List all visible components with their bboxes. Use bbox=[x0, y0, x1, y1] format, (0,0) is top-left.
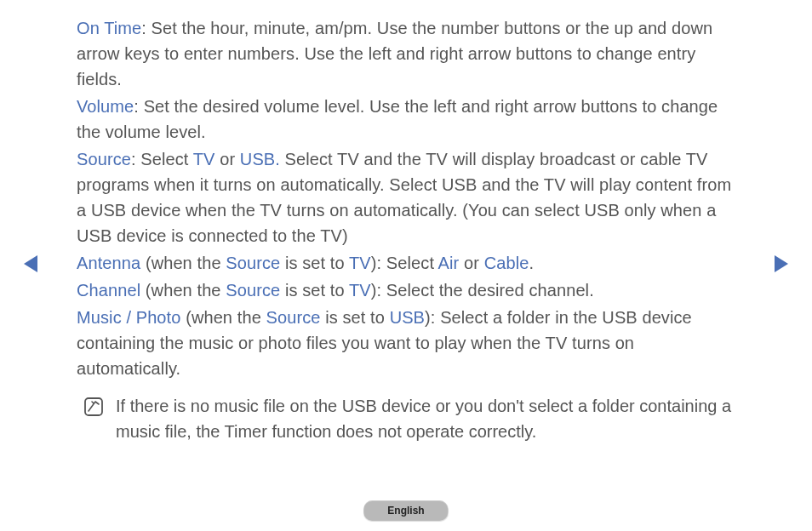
keyword-source: Source bbox=[77, 150, 131, 168]
keyword-cable: Cable bbox=[484, 254, 529, 272]
svg-rect-0 bbox=[85, 398, 102, 415]
language-pill[interactable]: English bbox=[363, 500, 448, 521]
nav-prev-icon[interactable] bbox=[24, 255, 37, 272]
keyword-usb: USB. bbox=[240, 150, 280, 168]
note-row: If there is no music file on the USB dev… bbox=[77, 393, 735, 444]
text: (when the bbox=[140, 254, 226, 272]
text: : Select bbox=[131, 150, 193, 168]
paragraph-antenna: Antenna (when the Source is set to TV): … bbox=[77, 250, 735, 276]
paragraph-on-time: On Time: Set the hour, minute, am/pm. Us… bbox=[77, 15, 735, 92]
keyword-tv: TV bbox=[349, 254, 371, 272]
keyword-source: Source bbox=[266, 308, 321, 327]
note-text: If there is no music file on the USB dev… bbox=[116, 393, 735, 444]
text: ): Select the desired channel. bbox=[371, 281, 594, 300]
text: : Set the desired volume level. Use the … bbox=[77, 97, 718, 141]
text: . bbox=[529, 254, 534, 272]
note-icon bbox=[83, 397, 104, 417]
keyword-tv: TV bbox=[193, 150, 215, 168]
text: (when the bbox=[140, 281, 226, 300]
keyword-source: Source bbox=[226, 254, 280, 272]
keyword-volume: Volume bbox=[77, 97, 134, 116]
text: is set to bbox=[280, 254, 349, 272]
keyword-source: Source bbox=[226, 281, 280, 300]
keyword-tv: TV bbox=[349, 281, 371, 300]
keyword-antenna: Antenna bbox=[77, 254, 140, 272]
keyword-usb: USB bbox=[390, 308, 425, 327]
document-content: On Time: Set the hour, minute, am/pm. Us… bbox=[0, 0, 812, 444]
paragraph-source: Source: Select TV or USB. Select TV and … bbox=[77, 146, 735, 248]
paragraph-channel: Channel (when the Source is set to TV): … bbox=[77, 277, 735, 303]
keyword-channel: Channel bbox=[77, 281, 140, 300]
text: is set to bbox=[321, 308, 390, 327]
text: (when the bbox=[180, 308, 266, 327]
keyword-on-time: On Time bbox=[77, 19, 141, 37]
text: or bbox=[215, 150, 240, 168]
text: or bbox=[459, 254, 483, 272]
text: : Set the hour, minute, am/pm. Use the n… bbox=[77, 19, 712, 88]
paragraph-volume: Volume: Set the desired volume level. Us… bbox=[77, 94, 735, 145]
paragraph-music-photo: Music / Photo (when the Source is set to… bbox=[77, 305, 735, 381]
keyword-air: Air bbox=[438, 254, 460, 272]
nav-next-icon[interactable] bbox=[775, 255, 788, 272]
text: ): Select bbox=[371, 254, 438, 272]
keyword-music-photo: Music / Photo bbox=[77, 308, 180, 327]
text: is set to bbox=[280, 281, 349, 300]
